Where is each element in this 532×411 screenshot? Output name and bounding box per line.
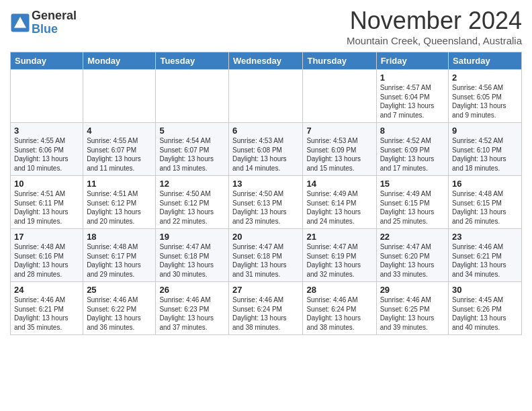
logo-blue-text: Blue (32, 23, 77, 36)
day-number: 14 (306, 179, 372, 189)
title-area: November 2024 Mountain Creek, Queensland… (347, 7, 522, 46)
calendar-cell: 13Sunrise: 4:50 AM Sunset: 6:13 PM Dayli… (229, 176, 303, 229)
calendar-cell: 24Sunrise: 4:46 AM Sunset: 6:21 PM Dayli… (11, 282, 83, 335)
day-info: Sunrise: 4:48 AM Sunset: 6:15 PM Dayligh… (452, 189, 518, 226)
calendar-cell: 8Sunrise: 4:52 AM Sunset: 6:09 PM Daylig… (376, 123, 448, 176)
calendar-cell: 10Sunrise: 4:51 AM Sunset: 6:11 PM Dayli… (11, 176, 83, 229)
col-friday: Friday (376, 52, 448, 70)
logo: General Blue (10, 9, 77, 36)
day-info: Sunrise: 4:51 AM Sunset: 6:11 PM Dayligh… (14, 189, 79, 226)
day-info: Sunrise: 4:53 AM Sunset: 6:08 PM Dayligh… (232, 136, 299, 173)
calendar-week-row: 10Sunrise: 4:51 AM Sunset: 6:11 PM Dayli… (11, 176, 522, 229)
calendar-cell: 4Sunrise: 4:55 AM Sunset: 6:07 PM Daylig… (83, 123, 156, 176)
calendar-cell: 15Sunrise: 4:49 AM Sunset: 6:15 PM Dayli… (376, 176, 448, 229)
day-info: Sunrise: 4:47 AM Sunset: 6:18 PM Dayligh… (232, 242, 299, 279)
day-info: Sunrise: 4:48 AM Sunset: 6:17 PM Dayligh… (87, 242, 152, 279)
day-number: 24 (14, 285, 79, 295)
calendar-week-row: 24Sunrise: 4:46 AM Sunset: 6:21 PM Dayli… (11, 282, 522, 335)
day-info: Sunrise: 4:47 AM Sunset: 6:18 PM Dayligh… (159, 242, 225, 279)
day-info: Sunrise: 4:49 AM Sunset: 6:14 PM Dayligh… (306, 189, 372, 226)
day-number: 4 (87, 126, 152, 136)
calendar-cell: 29Sunrise: 4:46 AM Sunset: 6:25 PM Dayli… (376, 282, 448, 335)
day-number: 26 (159, 285, 225, 295)
day-info: Sunrise: 4:46 AM Sunset: 6:25 PM Dayligh… (380, 295, 445, 332)
day-number: 3 (14, 126, 79, 136)
day-number: 27 (232, 285, 299, 295)
day-number: 29 (380, 285, 445, 295)
day-number: 13 (232, 179, 299, 189)
day-info: Sunrise: 4:45 AM Sunset: 6:26 PM Dayligh… (452, 295, 518, 332)
day-info: Sunrise: 4:46 AM Sunset: 6:24 PM Dayligh… (306, 295, 372, 332)
day-info: Sunrise: 4:53 AM Sunset: 6:09 PM Dayligh… (306, 136, 372, 173)
day-info: Sunrise: 4:46 AM Sunset: 6:23 PM Dayligh… (159, 295, 225, 332)
day-number: 2 (452, 73, 518, 83)
col-thursday: Thursday (303, 52, 376, 70)
calendar-header-row: Sunday Monday Tuesday Wednesday Thursday… (11, 52, 522, 70)
day-number: 5 (159, 126, 225, 136)
day-number: 15 (380, 179, 445, 189)
calendar-week-row: 17Sunrise: 4:48 AM Sunset: 6:16 PM Dayli… (11, 229, 522, 282)
calendar-cell: 6Sunrise: 4:53 AM Sunset: 6:08 PM Daylig… (229, 123, 303, 176)
calendar-cell: 18Sunrise: 4:48 AM Sunset: 6:17 PM Dayli… (83, 229, 156, 282)
calendar-cell: 27Sunrise: 4:46 AM Sunset: 6:24 PM Dayli… (229, 282, 303, 335)
day-number: 9 (452, 126, 518, 136)
day-info: Sunrise: 4:46 AM Sunset: 6:24 PM Dayligh… (232, 295, 299, 332)
calendar-cell: 25Sunrise: 4:46 AM Sunset: 6:22 PM Dayli… (83, 282, 156, 335)
calendar-cell (303, 70, 376, 123)
calendar-cell: 22Sunrise: 4:47 AM Sunset: 6:20 PM Dayli… (376, 229, 448, 282)
day-info: Sunrise: 4:55 AM Sunset: 6:07 PM Dayligh… (87, 136, 152, 173)
day-info: Sunrise: 4:46 AM Sunset: 6:22 PM Dayligh… (87, 295, 152, 332)
day-info: Sunrise: 4:55 AM Sunset: 6:06 PM Dayligh… (14, 136, 79, 173)
day-number: 22 (380, 232, 445, 242)
day-number: 21 (306, 232, 372, 242)
day-info: Sunrise: 4:47 AM Sunset: 6:19 PM Dayligh… (306, 242, 372, 279)
calendar-cell: 1Sunrise: 4:57 AM Sunset: 6:04 PM Daylig… (376, 70, 448, 123)
day-number: 7 (306, 126, 372, 136)
logo-general-text: General (32, 9, 77, 23)
day-info: Sunrise: 4:52 AM Sunset: 6:10 PM Dayligh… (452, 136, 518, 173)
logo-icon (10, 13, 30, 33)
page-header: General Blue November 2024 Mountain Cree… (10, 7, 522, 46)
day-number: 18 (87, 232, 152, 242)
day-info: Sunrise: 4:46 AM Sunset: 6:21 PM Dayligh… (452, 242, 518, 279)
day-info: Sunrise: 4:47 AM Sunset: 6:20 PM Dayligh… (380, 242, 445, 279)
calendar-cell: 9Sunrise: 4:52 AM Sunset: 6:10 PM Daylig… (449, 123, 522, 176)
day-number: 8 (380, 126, 445, 136)
calendar-cell: 7Sunrise: 4:53 AM Sunset: 6:09 PM Daylig… (303, 123, 376, 176)
col-tuesday: Tuesday (156, 52, 229, 70)
calendar-cell: 17Sunrise: 4:48 AM Sunset: 6:16 PM Dayli… (11, 229, 83, 282)
calendar-cell (156, 70, 229, 123)
day-number: 6 (232, 126, 299, 136)
calendar-cell: 19Sunrise: 4:47 AM Sunset: 6:18 PM Dayli… (156, 229, 229, 282)
calendar-cell: 12Sunrise: 4:50 AM Sunset: 6:12 PM Dayli… (156, 176, 229, 229)
day-info: Sunrise: 4:56 AM Sunset: 6:05 PM Dayligh… (452, 83, 518, 120)
day-info: Sunrise: 4:48 AM Sunset: 6:16 PM Dayligh… (14, 242, 79, 279)
day-number: 12 (159, 179, 225, 189)
day-info: Sunrise: 4:50 AM Sunset: 6:12 PM Dayligh… (159, 189, 225, 226)
day-number: 11 (87, 179, 152, 189)
calendar-table: Sunday Monday Tuesday Wednesday Thursday… (10, 52, 522, 335)
calendar-cell: 2Sunrise: 4:56 AM Sunset: 6:05 PM Daylig… (449, 70, 522, 123)
calendar-cell (229, 70, 303, 123)
day-number: 16 (452, 179, 518, 189)
calendar-cell: 14Sunrise: 4:49 AM Sunset: 6:14 PM Dayli… (303, 176, 376, 229)
day-number: 25 (87, 285, 152, 295)
calendar-cell: 3Sunrise: 4:55 AM Sunset: 6:06 PM Daylig… (11, 123, 83, 176)
calendar-cell: 30Sunrise: 4:45 AM Sunset: 6:26 PM Dayli… (449, 282, 522, 335)
day-number: 20 (232, 232, 299, 242)
calendar-cell: 5Sunrise: 4:54 AM Sunset: 6:07 PM Daylig… (156, 123, 229, 176)
calendar-cell: 26Sunrise: 4:46 AM Sunset: 6:23 PM Dayli… (156, 282, 229, 335)
day-number: 10 (14, 179, 79, 189)
calendar-cell: 16Sunrise: 4:48 AM Sunset: 6:15 PM Dayli… (449, 176, 522, 229)
day-number: 1 (380, 73, 445, 83)
calendar-cell: 23Sunrise: 4:46 AM Sunset: 6:21 PM Dayli… (449, 229, 522, 282)
day-number: 17 (14, 232, 79, 242)
calendar-week-row: 1Sunrise: 4:57 AM Sunset: 6:04 PM Daylig… (11, 70, 522, 123)
col-saturday: Saturday (449, 52, 522, 70)
day-info: Sunrise: 4:51 AM Sunset: 6:12 PM Dayligh… (87, 189, 152, 226)
day-number: 19 (159, 232, 225, 242)
calendar-cell: 28Sunrise: 4:46 AM Sunset: 6:24 PM Dayli… (303, 282, 376, 335)
day-info: Sunrise: 4:50 AM Sunset: 6:13 PM Dayligh… (232, 189, 299, 226)
col-sunday: Sunday (11, 52, 83, 70)
logo-text: General Blue (32, 9, 77, 36)
